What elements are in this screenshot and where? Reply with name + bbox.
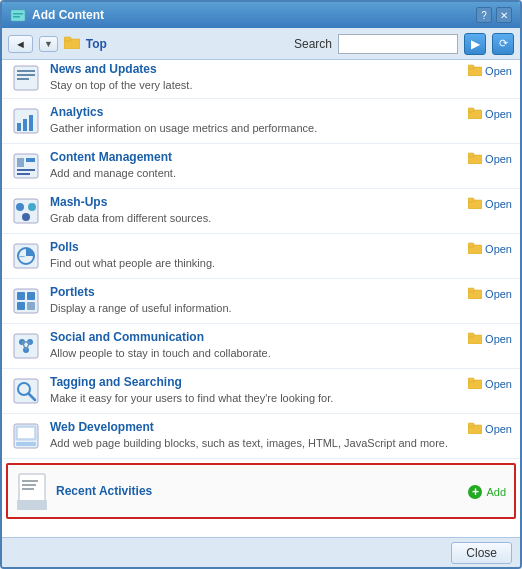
item-icon-tagging (10, 375, 42, 407)
svg-rect-0 (11, 10, 25, 21)
svg-rect-7 (17, 74, 35, 76)
svg-rect-23 (468, 153, 474, 157)
svg-rect-65 (17, 500, 47, 510)
title-bar: Add Content ? ✕ (2, 2, 520, 28)
item-title-mashup: Mash-Ups (50, 195, 468, 209)
item-title-recent: Recent Activities (56, 484, 468, 498)
item-content-mashup: Mash-Ups Grab data from different source… (50, 195, 468, 225)
item-title-analytics: Analytics (50, 105, 468, 119)
svg-rect-8 (17, 78, 29, 80)
nav-back-button[interactable]: ◄ (8, 35, 33, 53)
svg-rect-38 (27, 302, 35, 310)
svg-rect-62 (22, 480, 38, 482)
open-folder-icon (468, 377, 482, 391)
item-action-polls[interactable]: Open (468, 240, 512, 256)
list-item[interactable]: Mash-Ups Grab data from different source… (2, 189, 520, 234)
svg-rect-14 (29, 115, 33, 131)
open-label: Open (485, 243, 512, 255)
item-content-portlets: Portlets Display a range of useful infor… (50, 285, 468, 315)
item-action-social[interactable]: Open (468, 330, 512, 346)
open-folder-icon (468, 422, 482, 436)
item-content-news: News and Updates Stay on top of the very… (50, 62, 468, 92)
open-folder-icon (468, 152, 482, 166)
list-item[interactable]: Tagging and Searching Make it easy for y… (2, 369, 520, 414)
svg-rect-18 (17, 158, 24, 167)
add-content-window: Add Content ? ✕ ◄ ▼ Top Search ▶ ⟳ (0, 0, 522, 569)
svg-rect-40 (468, 288, 474, 292)
list-item[interactable]: Social and Communication Allow people to… (2, 324, 520, 369)
scroll-container[interactable]: News and Updates Stay on top of the very… (2, 60, 520, 537)
item-icon-social (10, 330, 42, 362)
list-item[interactable]: News and Updates Stay on top of the very… (2, 60, 520, 99)
item-icon-recent (16, 471, 48, 511)
item-desc-cm: Add and manage content. (50, 166, 468, 180)
recent-activities-item[interactable]: Recent Activities + Add (6, 463, 516, 519)
footer: Close (2, 537, 520, 567)
svg-point-26 (28, 203, 36, 211)
item-desc-tagging: Make it easy for your users to find what… (50, 391, 468, 405)
item-title-polls: Polls (50, 240, 468, 254)
item-title-web: Web Development (50, 420, 468, 434)
open-label: Open (485, 333, 512, 345)
item-content-web: Web Development Add web page building bl… (50, 420, 468, 450)
item-title-portlets: Portlets (50, 285, 468, 299)
open-folder-icon (468, 242, 482, 256)
item-action-portlets[interactable]: Open (468, 285, 512, 301)
list-item[interactable]: Analytics Gather information on usage me… (2, 99, 520, 144)
nav-back-icon: ◄ (15, 38, 26, 50)
list-item[interactable]: Content Management Add and manage conten… (2, 144, 520, 189)
svg-rect-20 (17, 173, 30, 175)
item-desc-mashup: Grab data from different sources. (50, 211, 468, 225)
list-item[interactable]: Web Development Add web page building bl… (2, 414, 520, 459)
search-input[interactable] (338, 34, 458, 54)
list-item[interactable]: Portlets Display a range of useful infor… (2, 279, 520, 324)
item-title-social: Social and Communication (50, 330, 468, 344)
item-action-analytics[interactable]: Open (468, 105, 512, 121)
item-action-web[interactable]: Open (468, 420, 512, 436)
svg-rect-64 (22, 488, 34, 490)
svg-rect-33 (468, 243, 474, 247)
item-desc-analytics: Gather information on usage metrics and … (50, 121, 468, 135)
svg-rect-2 (13, 16, 20, 18)
nav-dropdown-button[interactable]: ▼ (39, 36, 58, 52)
open-label: Open (485, 198, 512, 210)
item-content-polls: Polls Find out what people are thinking. (50, 240, 468, 270)
item-title-tagging: Tagging and Searching (50, 375, 468, 389)
search-refresh-button[interactable]: ⟳ (492, 33, 514, 55)
svg-rect-21 (26, 158, 35, 162)
item-action-cm[interactable]: Open (468, 150, 512, 166)
toolbar: ◄ ▼ Top Search ▶ ⟳ (2, 28, 520, 60)
svg-rect-12 (17, 123, 21, 131)
help-button[interactable]: ? (476, 7, 492, 23)
open-label: Open (485, 65, 512, 77)
item-icon-portlets (10, 285, 42, 317)
open-folder-icon (468, 107, 482, 121)
open-folder-icon (468, 332, 482, 346)
svg-rect-1 (13, 13, 23, 15)
svg-rect-58 (16, 442, 36, 446)
list-item[interactable]: Polls Find out what people are thinking.… (2, 234, 520, 279)
content-area: News and Updates Stay on top of the very… (2, 60, 520, 537)
window-title: Add Content (32, 8, 104, 22)
svg-rect-37 (17, 302, 25, 310)
close-x-button[interactable]: ✕ (496, 7, 512, 23)
close-button[interactable]: Close (451, 542, 512, 564)
refresh-icon: ⟳ (499, 37, 508, 50)
item-icon-polls (10, 240, 42, 272)
open-label: Open (485, 423, 512, 435)
svg-rect-49 (468, 333, 474, 337)
svg-rect-13 (23, 119, 27, 131)
item-content-social: Social and Communication Allow people to… (50, 330, 468, 360)
item-desc-news: Stay on top of the very latest. (50, 78, 468, 92)
item-content-cm: Content Management Add and manage conten… (50, 150, 468, 180)
svg-rect-60 (468, 423, 474, 427)
open-label: Open (485, 378, 512, 390)
item-action-news[interactable]: Open (468, 62, 512, 78)
item-action-recent[interactable]: + Add (468, 483, 506, 499)
item-action-mashup[interactable]: Open (468, 195, 512, 211)
svg-rect-19 (17, 169, 35, 171)
item-action-tagging[interactable]: Open (468, 375, 512, 391)
svg-rect-6 (17, 70, 35, 72)
item-icon-web (10, 420, 42, 452)
search-go-button[interactable]: ▶ (464, 33, 486, 55)
